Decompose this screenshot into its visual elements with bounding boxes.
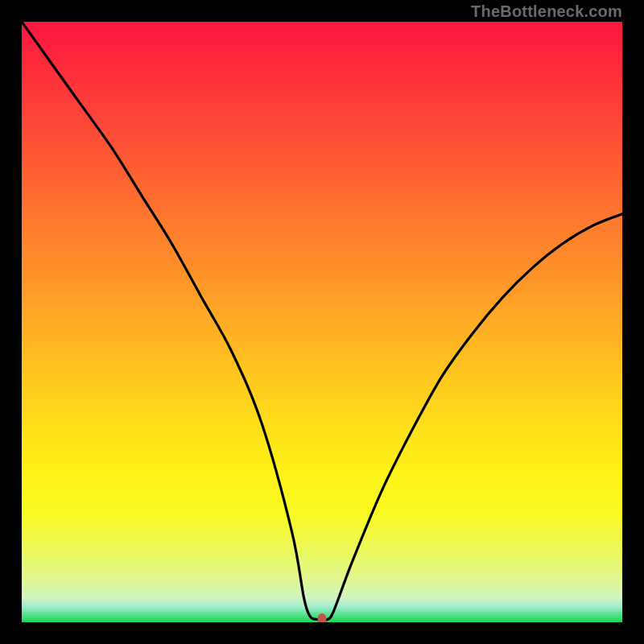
watermark-label: TheBottleneck.com <box>471 2 622 21</box>
min-marker-icon <box>318 613 327 622</box>
plot-area <box>22 22 622 622</box>
bottleneck-curve <box>22 22 622 622</box>
frame: TheBottleneck.com <box>0 0 644 644</box>
